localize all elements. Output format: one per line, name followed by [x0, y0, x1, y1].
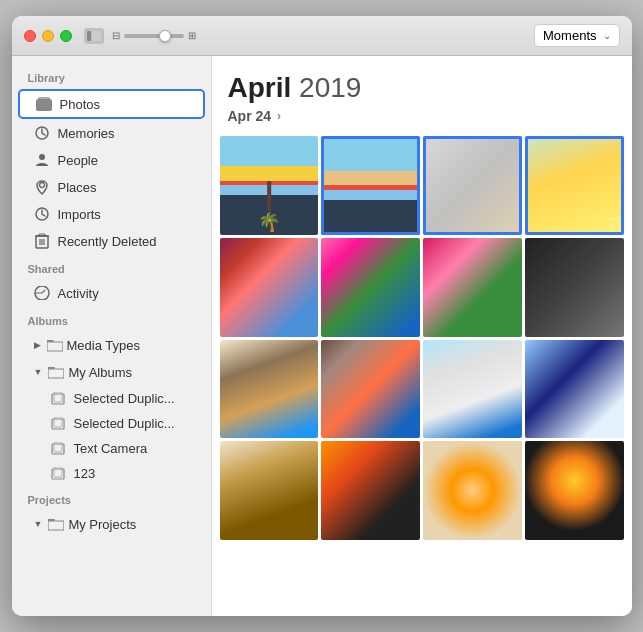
triangle-down-icon: ▼: [34, 367, 43, 377]
heart-icon: ♡: [607, 215, 620, 231]
app-window: ⊟ ⊞ Moments ⌄ Library Photos: [12, 16, 632, 616]
sidebar-item-recently-deleted-label: Recently Deleted: [58, 234, 157, 249]
dropdown-arrow-icon: ⌄: [603, 30, 611, 41]
photo-13[interactable]: [220, 441, 319, 540]
sidebar-item-media-types[interactable]: ▶ Media Types: [18, 332, 205, 358]
main-title: April 2019: [228, 72, 616, 104]
album-icon-3: [50, 440, 66, 456]
date-label: Apr 24: [228, 108, 272, 124]
svg-rect-3: [38, 97, 50, 99]
main-content: April 2019 Apr 24 › 🌴: [212, 56, 632, 616]
svg-rect-9: [39, 234, 45, 236]
photo-11[interactable]: [423, 340, 522, 439]
sidebar-item-selected-dup-2-label: Selected Duplic...: [74, 416, 175, 431]
sidebar-item-memories[interactable]: Memories: [18, 120, 205, 146]
library-section-label: Library: [12, 64, 211, 88]
date-nav[interactable]: Apr 24 ›: [228, 108, 616, 124]
moments-label: Moments: [543, 28, 596, 43]
zoom-in-icon: ⊞: [188, 30, 196, 41]
sidebar-item-places[interactable]: Places: [18, 174, 205, 200]
album-icon-2: [50, 415, 66, 431]
photo-1[interactable]: 🌴: [220, 136, 319, 235]
folder-icon-2: [48, 364, 64, 380]
sidebar-item-text-camera-label: Text Camera: [74, 441, 148, 456]
photo-6[interactable]: [321, 238, 420, 337]
sidebar-item-my-projects[interactable]: ▼ My Projects: [18, 511, 205, 537]
moments-dropdown[interactable]: Moments ⌄: [534, 24, 619, 47]
projects-section-label: Projects: [12, 486, 211, 510]
sidebar-item-selected-dup-1[interactable]: Selected Duplic...: [18, 386, 205, 410]
sidebar-item-activity-label: Activity: [58, 286, 99, 301]
triangle-down-icon-2: ▼: [34, 519, 43, 529]
sidebar-item-my-projects-label: My Projects: [68, 517, 136, 532]
chevron-right-icon: ›: [277, 109, 281, 123]
activity-icon: [34, 285, 50, 301]
photo-grid: 🌴 ♡: [212, 132, 632, 548]
sidebar-item-text-camera[interactable]: Text Camera: [18, 436, 205, 460]
svg-rect-1: [92, 31, 101, 41]
memories-icon: [34, 125, 50, 141]
svg-rect-2: [36, 99, 52, 111]
sidebar-item-photos[interactable]: Photos: [18, 89, 205, 119]
maximize-button[interactable]: [60, 30, 72, 42]
sidebar-item-recently-deleted[interactable]: Recently Deleted: [18, 228, 205, 254]
palm-tree-overlay: 🌴: [254, 176, 284, 225]
sidebar-item-places-label: Places: [58, 180, 97, 195]
photo-4[interactable]: ♡: [525, 136, 624, 235]
month-label: April: [228, 72, 292, 103]
close-button[interactable]: [24, 30, 36, 42]
sidebar: Library Photos Memories People: [12, 56, 212, 616]
zoom-out-icon: ⊟: [112, 30, 120, 41]
year-label: 2019: [299, 72, 361, 103]
trash-icon: [34, 233, 50, 249]
photos-icon: [36, 96, 52, 112]
people-icon: [34, 152, 50, 168]
minimize-button[interactable]: [42, 30, 54, 42]
sidebar-item-activity[interactable]: Activity: [18, 280, 205, 306]
svg-rect-0: [87, 31, 91, 41]
sidebar-item-123-label: 123: [74, 466, 96, 481]
triangle-right-icon: ▶: [34, 340, 41, 350]
photo-3[interactable]: [423, 136, 522, 235]
sidebar-item-memories-label: Memories: [58, 126, 115, 141]
photo-10[interactable]: [321, 340, 420, 439]
sidebar-item-my-albums[interactable]: ▼ My Albums: [18, 359, 205, 385]
photo-7[interactable]: [423, 238, 522, 337]
photo-5[interactable]: [220, 238, 319, 337]
sidebar-item-123[interactable]: 123: [18, 461, 205, 485]
sidebar-item-people[interactable]: People: [18, 147, 205, 173]
photo-2[interactable]: [321, 136, 420, 235]
shared-section-label: Shared: [12, 255, 211, 279]
svg-point-6: [39, 183, 44, 188]
zoom-slider[interactable]: ⊟ ⊞: [112, 30, 196, 41]
sidebar-item-imports[interactable]: Imports: [18, 201, 205, 227]
sidebar-item-selected-dup-2[interactable]: Selected Duplic...: [18, 411, 205, 435]
svg-point-5: [39, 154, 45, 160]
titlebar: ⊟ ⊞ Moments ⌄: [12, 16, 632, 56]
photo-15[interactable]: [423, 441, 522, 540]
sidebar-item-selected-dup-1-label: Selected Duplic...: [74, 391, 175, 406]
slider-thumb[interactable]: [159, 30, 171, 42]
sidebar-toggle-button[interactable]: [84, 28, 104, 44]
photo-12[interactable]: [525, 340, 624, 439]
titlebar-right: Moments ⌄: [534, 24, 619, 47]
photo-14[interactable]: [321, 441, 420, 540]
traffic-lights: [24, 30, 72, 42]
main-header: April 2019 Apr 24 ›: [212, 56, 632, 132]
sidebar-item-people-label: People: [58, 153, 98, 168]
photo-9[interactable]: [220, 340, 319, 439]
albums-section-label: Albums: [12, 307, 211, 331]
photo-8[interactable]: [525, 238, 624, 337]
imports-icon: [34, 206, 50, 222]
folder-icon-3: [48, 516, 64, 532]
sidebar-item-media-types-label: Media Types: [67, 338, 140, 353]
content-area: Library Photos Memories People: [12, 56, 632, 616]
folder-icon: [47, 337, 63, 353]
sidebar-item-imports-label: Imports: [58, 207, 101, 222]
album-icon-1: [50, 390, 66, 406]
sidebar-item-photos-label: Photos: [60, 97, 100, 112]
album-icon-4: [50, 465, 66, 481]
places-icon: [34, 179, 50, 195]
photo-16[interactable]: [525, 441, 624, 540]
slider-track: [124, 34, 184, 38]
